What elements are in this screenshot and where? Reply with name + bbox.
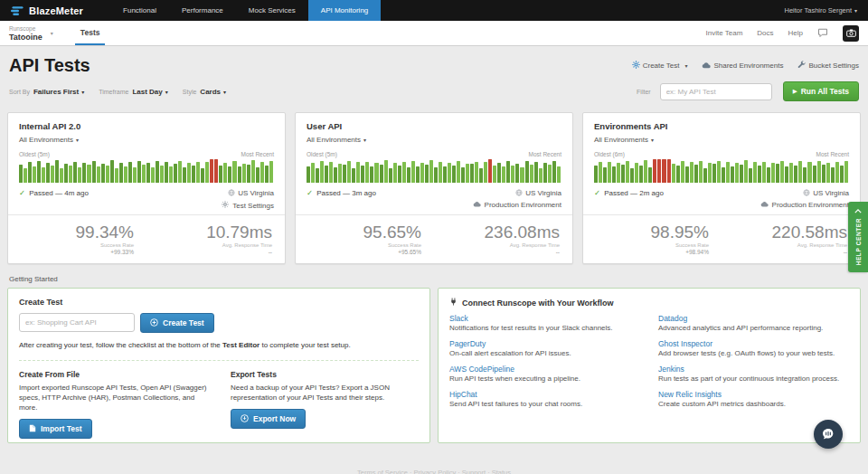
result-bar[interactable] [28,162,32,183]
result-bar[interactable] [740,165,743,183]
help-link[interactable]: Help [788,29,803,37]
nav-mock-services[interactable]: Mock Services [236,0,308,21]
result-bar[interactable] [672,164,675,183]
result-bar[interactable] [813,166,816,183]
result-bar[interactable] [744,160,748,183]
result-bar[interactable] [749,168,752,183]
result-bar[interactable] [690,162,693,183]
result-bar[interactable] [69,166,72,183]
test-name[interactable]: Internal API 2.0 [19,121,274,131]
test-card-user-api[interactable]: User API All Environments▾ Oldest (5m) M… [295,112,573,264]
result-bar[interactable] [831,167,835,183]
result-bar[interactable] [530,165,533,183]
result-bar[interactable] [325,166,328,183]
result-bar[interactable] [835,162,839,183]
style-select[interactable]: Cards▾ [200,88,226,96]
result-bar[interactable] [365,162,369,183]
result-bar[interactable] [425,165,429,183]
test-name[interactable]: Environments API [594,121,849,131]
result-bar[interactable] [416,166,420,183]
result-bar[interactable] [42,167,45,183]
result-bar[interactable] [762,162,766,183]
integration-link[interactable]: Ghost Inspector [658,339,849,348]
result-bar[interactable] [24,168,27,183]
result-bar[interactable] [552,161,556,183]
result-bar[interactable] [242,164,246,183]
result-bar[interactable] [612,166,616,183]
result-bar[interactable] [92,161,96,183]
failed-result-bar[interactable] [667,159,671,183]
result-bar[interactable] [260,162,264,183]
result-bar[interactable] [251,160,255,183]
result-bar[interactable] [626,161,629,183]
result-bar[interactable] [329,162,333,183]
result-bar[interactable] [407,167,410,183]
result-bar[interactable] [594,166,598,184]
import-test-button[interactable]: Import Test [19,419,92,439]
result-bar[interactable] [169,166,173,183]
results-timeline[interactable] [307,159,561,183]
result-bar[interactable] [621,165,625,183]
result-bar[interactable] [398,166,401,183]
result-bar[interactable] [694,165,698,183]
result-bar[interactable] [506,161,510,183]
result-bar[interactable] [33,166,36,183]
result-bar[interactable] [534,162,538,183]
result-bar[interactable] [178,161,182,183]
failed-result-bar[interactable] [488,159,492,183]
result-bar[interactable] [78,167,81,183]
result-bar[interactable] [461,167,465,183]
result-bar[interactable] [269,161,273,183]
result-bar[interactable] [201,168,204,183]
result-bar[interactable] [776,164,779,183]
environment-select[interactable]: All Environments▾ [307,136,561,144]
integration-link[interactable]: Slack [449,314,640,323]
result-bar[interactable] [316,168,319,183]
result-bar[interactable] [753,162,757,183]
result-bar[interactable] [648,167,652,183]
test-card-environments-api[interactable]: Environments API All Environments▾ Oldes… [582,112,861,264]
result-bar[interactable] [639,166,643,183]
create-test-menu[interactable]: Create Test ▾ [632,61,688,71]
result-bar[interactable] [128,162,132,183]
result-bar[interactable] [429,160,433,183]
result-bar[interactable] [393,163,397,183]
integration-link[interactable]: PagerDuty [449,339,640,348]
result-bar[interactable] [525,161,529,183]
result-bar[interactable] [520,167,524,183]
integration-link[interactable]: AWS CodePipeline [449,365,640,374]
result-bar[interactable] [97,166,100,183]
result-bar[interactable] [119,163,123,183]
environment-select[interactable]: All Environments▾ [19,136,274,144]
result-bar[interactable] [343,165,346,183]
result-bar[interactable] [676,166,680,183]
result-bar[interactable] [160,166,164,183]
result-bar[interactable] [603,167,607,183]
team-avatar[interactable] [843,25,859,42]
result-bar[interactable] [19,165,23,183]
result-bar[interactable] [712,164,716,183]
result-bar[interactable] [307,166,310,183]
result-bar[interactable] [156,161,159,183]
result-bar[interactable] [794,166,797,184]
result-bar[interactable] [543,163,547,183]
result-bar[interactable] [434,167,438,183]
result-bar[interactable] [256,167,259,183]
result-bar[interactable] [196,162,200,183]
result-bar[interactable] [115,168,118,183]
result-bar[interactable] [55,160,59,183]
failed-result-bar[interactable] [214,159,218,183]
result-bar[interactable] [37,161,41,183]
results-timeline[interactable] [594,159,849,183]
test-settings-link[interactable]: Test Settings [19,201,274,210]
result-bar[interactable] [448,163,451,183]
result-bar[interactable] [352,168,355,183]
nav-functional[interactable]: Functional [110,0,169,21]
result-bar[interactable] [484,162,487,183]
result-bar[interactable] [457,161,460,183]
result-bar[interactable] [439,162,442,183]
result-bar[interactable] [183,167,186,183]
failed-result-bar[interactable] [657,159,661,183]
result-bar[interactable] [726,162,730,183]
result-bar[interactable] [735,163,739,183]
